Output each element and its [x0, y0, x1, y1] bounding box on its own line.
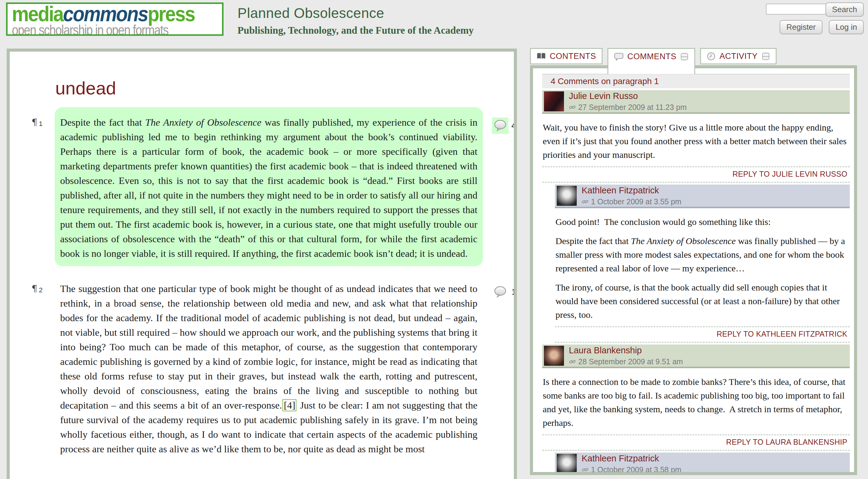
comments-panel-header: 4 Comments on paragraph 1	[542, 74, 850, 88]
document-panel: undead ¶1Despite the fact that The Anxie…	[7, 49, 517, 479]
comment-author[interactable]: Kathleen Fitzpatrick	[582, 453, 681, 464]
login-button[interactable]: Log in	[829, 20, 864, 34]
pilcrow-glyph: ¶	[32, 117, 37, 127]
text-run: The irony, of course, is that the book a…	[556, 282, 840, 320]
comment-bubble-icon	[493, 285, 507, 299]
comment-body: Is there a connection to be made to zomb…	[542, 368, 850, 435]
comment: Julie Levin Russo27 September 2009 at 11…	[542, 90, 850, 183]
site-logo[interactable]: mediacommonspress open scholarship in op…	[6, 2, 223, 36]
reply-row: REPLY TO LAURA BLANKENSHIP	[542, 435, 850, 451]
comment-header: Kathleen Fitzpatrick1 October 2009 at 3.…	[555, 453, 850, 475]
title-block: Planned Obsolescence Publishing, Technol…	[238, 5, 474, 36]
reply-link[interactable]: REPLY TO LAURA BLANKENSHIP	[726, 438, 847, 446]
comment-author-info: Laura Blankenship28 September 2009 at 9.…	[569, 345, 683, 366]
text-run: Good point! The conclusion would go some…	[556, 217, 771, 227]
comment-date: 1 October 2009 at 3.55 pm	[591, 197, 681, 206]
avatar	[557, 186, 577, 206]
tab-label-activity: ACTIVITY	[719, 52, 758, 61]
paragraph-comment-count[interactable]: 4	[492, 118, 516, 134]
text-run: was finally published, my experience of …	[60, 117, 477, 259]
text-run: The suggestion that one particular type …	[60, 283, 477, 411]
text-run: Despite the fact that	[556, 236, 631, 246]
search-button[interactable]: Search	[826, 2, 864, 17]
avatar	[544, 91, 564, 111]
link-icon	[582, 198, 589, 205]
comment-permalink[interactable]: 28 September 2009 at 9.51 am	[569, 357, 683, 366]
comment-date: 27 September 2009 at 11.23 pm	[578, 103, 687, 112]
search-input[interactable]	[766, 4, 829, 14]
comment: Kathleen Fitzpatrick1 October 2009 at 3.…	[555, 453, 850, 475]
comment-paragraph: The irony, of course, is that the book a…	[556, 281, 848, 321]
comment-author[interactable]: Laura Blankenship	[569, 345, 683, 355]
tab-contents[interactable]: CONTENTS	[530, 48, 602, 64]
tab-activity[interactable]: ACTIVITY	[700, 48, 777, 64]
comment-body: Wait, you have to finish the story! Give…	[542, 114, 850, 166]
document-paragraph: ¶2The suggestion that one particular typ…	[10, 274, 514, 462]
comment-header: Laura Blankenship28 September 2009 at 9.…	[542, 345, 850, 368]
page-title: undead	[55, 78, 514, 99]
comment-paragraph: Wait, you have to finish the story! Give…	[543, 121, 848, 161]
link-icon	[582, 466, 589, 473]
pane-icon	[762, 52, 770, 61]
comment-header: Julie Levin Russo27 September 2009 at 11…	[542, 90, 850, 114]
tab-label-contents: CONTENTS	[550, 52, 596, 61]
italic-text: The Anxiety of Obsolescence	[145, 117, 261, 128]
text-run: Is there a connection to be made to zomb…	[543, 377, 845, 428]
link-icon	[569, 104, 576, 111]
comment-permalink[interactable]: 1 October 2009 at 3.55 pm	[582, 197, 681, 206]
site-header: mediacommonspress open scholarship in op…	[0, 0, 868, 47]
italic-text: The Anxiety of Obsolescence	[631, 236, 736, 246]
comment: Laura Blankenship28 September 2009 at 9.…	[542, 345, 850, 451]
comment-author-info: Julie Levin Russo27 September 2009 at 11…	[569, 91, 687, 112]
paragraph-comment-count[interactable]: 10	[492, 284, 517, 300]
comment-count: 10	[512, 287, 517, 297]
comment-paragraph: Good point! The conclusion would go some…	[556, 215, 848, 229]
paragraph-text[interactable]: The suggestion that one particular type …	[55, 274, 483, 462]
comment-permalink[interactable]: 1 October 2009 at 3.58 pm	[582, 465, 681, 474]
text-run: Wait, you have to finish the story! Give…	[543, 122, 847, 160]
pilcrow-glyph: ¶	[32, 283, 37, 294]
comment-permalink[interactable]: 27 September 2009 at 11.23 pm	[569, 103, 687, 112]
comment-header: Kathleen Fitzpatrick1 October 2009 at 3.…	[555, 185, 850, 208]
comment-bubble-wrap	[492, 118, 508, 134]
reply-link[interactable]: REPLY TO KATHLEEN FITZPATRICK	[716, 330, 847, 338]
comment-paragraph: Is there a connection to be made to zomb…	[543, 375, 848, 429]
paragraph-number: 2	[39, 286, 42, 294]
book-icon	[536, 51, 546, 61]
clock-icon	[706, 52, 716, 61]
comments-list: Julie Levin Russo27 September 2009 at 11…	[542, 90, 850, 475]
comment-author-info: Kathleen Fitzpatrick1 October 2009 at 3.…	[582, 453, 681, 474]
avatar	[544, 346, 564, 366]
paragraph-marker[interactable]: ¶2	[32, 283, 42, 294]
comment-body: Good point! The conclusion would go some…	[555, 208, 850, 326]
comment-author-info: Kathleen Fitzpatrick1 October 2009 at 3.…	[582, 186, 681, 206]
comment-count: 4	[512, 121, 516, 130]
comment: Kathleen Fitzpatrick1 October 2009 at 3.…	[555, 185, 850, 343]
book-subtitle: Publishing, Technology, and the Future o…	[238, 25, 474, 36]
comment-author[interactable]: Kathleen Fitzpatrick	[582, 186, 681, 195]
avatar	[557, 454, 577, 474]
comment-bubble-wrap	[492, 284, 508, 300]
comments-sidebar: CONTENTSCOMMENTSACTIVITY 4 Comments on p…	[530, 48, 857, 475]
document-paragraph-list: ¶1Despite the fact that The Anxiety of O…	[10, 107, 514, 462]
comment-date: 28 September 2009 at 9.51 am	[578, 357, 683, 366]
logo-wordmark: mediacommonspress	[12, 5, 201, 23]
register-button[interactable]: Register	[780, 20, 823, 34]
book-title[interactable]: Planned Obsolescence	[238, 5, 474, 21]
tab-label-comments: COMMENTS	[627, 52, 677, 61]
comment-author[interactable]: Julie Levin Russo	[569, 91, 687, 101]
tab-comments[interactable]: COMMENTS	[608, 48, 695, 74]
paragraph-text[interactable]: Despite the fact that The Anxiety of Obs…	[55, 107, 483, 266]
paragraph-number: 1	[39, 120, 42, 127]
sidebar-tabs: CONTENTSCOMMENTSACTIVITY	[530, 48, 857, 65]
logo-tagline: open scholarship in open formats	[12, 23, 184, 36]
reply-row: REPLY TO JULIE LEVIN RUSSO	[542, 166, 850, 183]
comments-panel: 4 Comments on paragraph 1 Julie Levin Ru…	[530, 65, 857, 475]
footnote-link[interactable]: [4]	[282, 399, 297, 411]
document-paragraph: ¶1Despite the fact that The Anxiety of O…	[10, 107, 514, 266]
pane-icon	[680, 52, 689, 61]
paragraph-marker[interactable]: ¶1	[32, 117, 42, 127]
reply-link[interactable]: REPLY TO JULIE LEVIN RUSSO	[733, 170, 847, 178]
comment-bubble-icon	[493, 119, 507, 133]
speech-bubble-icon	[614, 52, 624, 62]
